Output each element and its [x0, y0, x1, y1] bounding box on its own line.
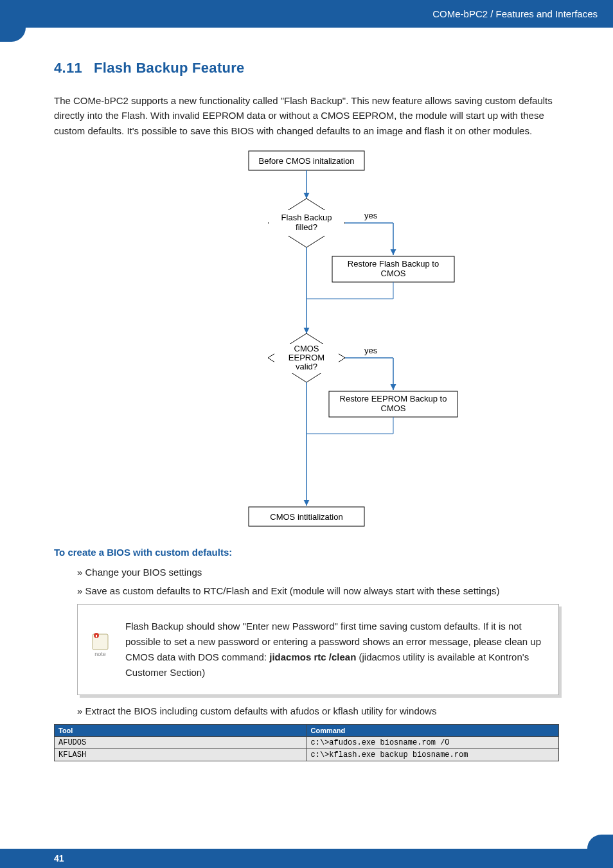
section-title-text: Flash Backup Feature: [94, 60, 245, 76]
cell-command: c:\>kflash.exe backup biosname.rom: [306, 748, 559, 761]
page-footer: 41: [0, 849, 613, 868]
flow-decision-eeprom-line1: CMOS: [294, 344, 319, 353]
flow-label-yes-2: yes: [364, 346, 378, 355]
cell-tool: AFUDOS: [55, 736, 307, 748]
flow-restore-eeprom-line1: Restore EEPROM Backup to: [340, 394, 447, 403]
flow-restore-eeprom-line2: CMOS: [381, 403, 406, 413]
flow-node-before-cmos: Before CMOS initalization: [259, 156, 355, 166]
note-icon: note: [85, 630, 115, 657]
bullet-change-settings: Change your BIOS settings: [77, 567, 559, 578]
flow-restore-flash-line2: CMOS: [381, 269, 406, 278]
th-command: Command: [306, 724, 559, 736]
flow-restore-flash-line1: Restore Flash Backup to: [348, 259, 439, 269]
page-number: 41: [54, 853, 64, 864]
table-row: KFLASH c:\>kflash.exe backup biosname.ro…: [55, 748, 559, 761]
th-tool: Tool: [55, 724, 307, 736]
table-row: AFUDOS c:\>afudos.exe biosname.rom /O: [55, 736, 559, 748]
cell-command: c:\>afudos.exe biosname.rom /O: [306, 736, 559, 748]
breadcrumb: COMe-bPC2 / Features and Interfaces: [432, 8, 598, 19]
section-number: 4.11: [54, 60, 82, 76]
flow-node-cmos-init: CMOS intitialization: [270, 512, 342, 522]
cell-tool: KFLASH: [55, 748, 307, 761]
svg-rect-21: [96, 635, 97, 637]
note-text: Flash Backup should show "Enter new Pass…: [125, 619, 544, 680]
flow-decision-eeprom-line2: EEPROM: [289, 353, 324, 362]
flow-decision-eeprom-line3: valid?: [296, 362, 317, 371]
footer-curve: [587, 835, 613, 849]
flow-decision-flash-backup-line1: Flash Backup: [281, 213, 332, 222]
page-content: 4.11Flash Backup Feature The COMe-bPC2 s…: [0, 28, 613, 761]
flow-decision-flash-backup-line2: filled?: [296, 222, 317, 232]
bullet-extract-bios: Extract the BIOS including custom defaul…: [77, 705, 559, 716]
bullet-save-defaults: Save as custom defaults to RTC/Flash and…: [77, 585, 559, 596]
note-command: jidacmos rtc /clean: [269, 651, 356, 662]
section-heading: 4.11Flash Backup Feature: [54, 60, 559, 76]
intro-paragraph: The COMe-bPC2 supports a new functionali…: [54, 93, 559, 138]
commands-table: Tool Command AFUDOS c:\>afudos.exe biosn…: [54, 724, 559, 761]
flow-label-yes-1: yes: [364, 211, 378, 220]
table-header-row: Tool Command: [55, 724, 559, 736]
flowchart-diagram: .bx { fill:#fff; stroke:#000; stroke-wid…: [139, 146, 474, 544]
note-box: note Flash Backup should show "Enter new…: [77, 604, 559, 695]
page-header: COMe-bPC2 / Features and Interfaces: [0, 0, 613, 28]
subheading-create-bios: To create a BIOS with custom defaults:: [54, 547, 559, 558]
